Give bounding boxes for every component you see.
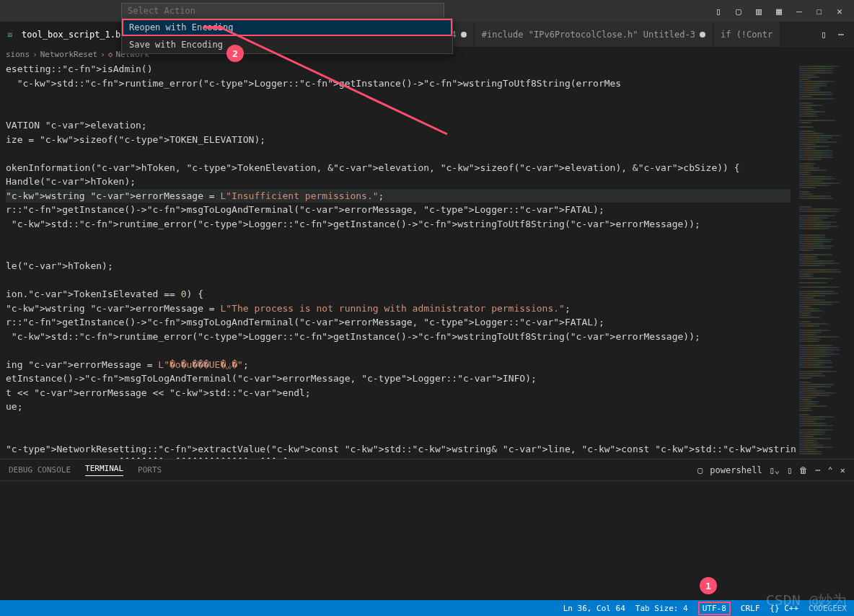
- terminal-panel: DEBUG CONSOLE TERMINAL PORTS ▢ powershel…: [0, 459, 854, 600]
- minimize-icon[interactable]: —: [793, 5, 805, 17]
- tab-debug-console[interactable]: DEBUG CONSOLE: [9, 465, 71, 475]
- tab-contr[interactable]: if (!Contr: [713, 22, 780, 47]
- customize-layout-icon[interactable]: ▦: [773, 5, 785, 17]
- annotation-badge-2: 2: [226, 45, 244, 62]
- bat-file-icon: ≡: [7, 30, 17, 40]
- status-eol[interactable]: CRLF: [741, 604, 760, 613]
- layout-primary-icon[interactable]: ▯: [713, 5, 724, 17]
- tab-bat[interactable]: ≡ tool_box_script_1.bat: [0, 22, 139, 47]
- status-tab-size[interactable]: Tab Size: 4: [635, 604, 688, 613]
- terminal-more-icon[interactable]: ⋯: [815, 465, 820, 475]
- chevron-up-icon[interactable]: ⌃: [828, 465, 833, 475]
- more-actions-icon[interactable]: ⋯: [835, 29, 847, 40]
- breadcrumb-part[interactable]: NetworkReset: [40, 50, 97, 59]
- encoding-dropdown: Reopen with Encoding Save with Encoding: [121, 18, 453, 54]
- maximize-icon[interactable]: ☐: [814, 5, 825, 17]
- split-terminal-icon[interactable]: ▯⌄: [770, 465, 780, 475]
- watermark: CSDN @妙为: [766, 591, 847, 610]
- tab-label: if (!Contr: [721, 30, 772, 40]
- layout-panel-icon[interactable]: ▢: [733, 5, 744, 17]
- tab-terminal[interactable]: TERMINAL: [85, 464, 123, 476]
- shell-name[interactable]: powershell: [710, 465, 762, 475]
- shell-icon: ▢: [697, 465, 703, 475]
- tab-label: tool_box_script_1.bat: [22, 30, 131, 40]
- annotation-badge-1: 1: [700, 577, 717, 594]
- close-panel-icon[interactable]: ✕: [840, 465, 845, 475]
- dirty-dot-icon: [461, 32, 467, 38]
- breadcrumb-part[interactable]: sions: [6, 50, 30, 59]
- status-ln-col[interactable]: Ln 36, Col 64: [563, 604, 625, 613]
- dropdown-item-save[interactable]: Save with Encoding: [122, 36, 452, 53]
- command-palette-input[interactable]: [121, 3, 444, 19]
- split-editor-icon[interactable]: ▯: [818, 29, 829, 40]
- layout-sidebar-icon[interactable]: ▥: [753, 5, 765, 17]
- symbol-icon: ◇: [108, 50, 113, 59]
- statusbar: Ln 36, Col 64 Tab Size: 4 UTF-8 CRLF {} …: [0, 600, 854, 616]
- status-encoding[interactable]: UTF-8: [698, 602, 731, 615]
- close-icon[interactable]: ✕: [834, 5, 845, 17]
- tab-untitled3[interactable]: #include "IPv6ProtocolClose.h" Untitled-…: [475, 22, 713, 47]
- tab-ports[interactable]: PORTS: [138, 465, 162, 475]
- dropdown-item-reopen[interactable]: Reopen with Encoding: [122, 19, 452, 36]
- kill-terminal-icon[interactable]: 🗑: [799, 465, 808, 475]
- tab-label: #include "IPv6ProtocolClose.h" Untitled-…: [482, 30, 695, 40]
- panel-layout-icon[interactable]: ▯: [787, 465, 792, 475]
- dirty-dot-icon: [700, 32, 705, 38]
